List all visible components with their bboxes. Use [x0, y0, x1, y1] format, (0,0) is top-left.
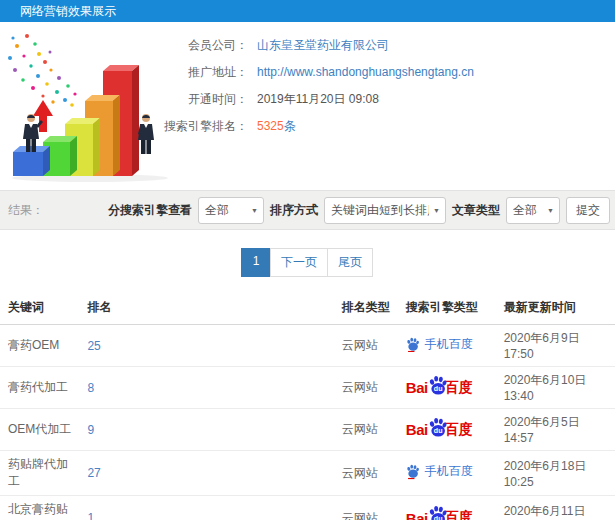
rank-link[interactable]: 27	[79, 451, 333, 496]
rank-count-value: 5325条	[257, 118, 296, 135]
info-row-rank-count: 搜索引擎排名： 5325条	[130, 117, 474, 135]
baidu-paw-icon	[406, 464, 420, 479]
baidu-paw-icon: du	[428, 417, 448, 439]
keyword-cell: 膏药OEM	[0, 325, 79, 367]
baidu-logo: Bai du 百度	[406, 507, 473, 520]
col-updated: 最新更新时间	[496, 291, 615, 325]
svg-text:du: du	[434, 385, 443, 392]
submit-button[interactable]: 提交	[566, 197, 610, 224]
table-row: 膏药代加工 8 云网站 Bai du 百度 2020年6月10日 13:40	[0, 367, 615, 409]
top-section: 会员公司： 山东皇圣堂药业有限公司 推广地址： http://www.shand…	[0, 22, 615, 190]
engine-cell: Bai du 百度	[398, 409, 496, 451]
engine-cell: 手机百度	[398, 325, 496, 367]
col-keyword: 关键词	[0, 291, 79, 325]
col-rank-type: 排名类型	[334, 291, 398, 325]
mobile-baidu-logo: 手机百度	[406, 336, 473, 353]
keyword-cell: 药贴牌代加工	[0, 451, 79, 496]
rank-count-label: 搜索引擎排名：	[130, 118, 248, 135]
results-table: 关键词 排名 排名类型 搜索引擎类型 最新更新时间 膏药OEM 25 云网站 手…	[0, 291, 615, 520]
updated-cell: 2020年6月10日 13:40	[496, 367, 615, 409]
page-button-current[interactable]: 1	[241, 248, 271, 277]
table-header-row: 关键词 排名 排名类型 搜索引擎类型 最新更新时间	[0, 291, 615, 325]
page-button-last[interactable]: 尾页	[327, 248, 373, 277]
open-time-label: 开通时间：	[130, 91, 248, 108]
sort-filter-label: 排序方式	[270, 202, 318, 219]
engine-cell: Bai du 百度	[398, 367, 496, 409]
keyword-cell: 膏药代加工	[0, 367, 79, 409]
company-label: 会员公司：	[130, 37, 248, 54]
result-label: 结果：	[8, 202, 44, 219]
rank-link[interactable]: 1	[79, 496, 333, 520]
rank-count-number: 5325	[257, 119, 284, 133]
promo-url-link[interactable]: http://www.shandonghuangshengtang.cn	[257, 65, 474, 79]
baidu-paw-icon	[406, 337, 420, 352]
filter-controls: 分搜索引擎查看 全部 排序方式 关键词由短到长排序 文章类型 全部 提交	[108, 197, 610, 224]
baidu-logo: Bai du 百度	[406, 419, 473, 441]
engine-filter-label: 分搜索引擎查看	[108, 202, 192, 219]
page-button-next[interactable]: 下一页	[270, 248, 328, 277]
info-row-company: 会员公司： 山东皇圣堂药业有限公司	[130, 36, 474, 54]
table-row: 药贴牌代加工 27 云网站 手机百度 2020年6月18日 10:25	[0, 451, 615, 496]
engine-select[interactable]: 全部	[198, 197, 264, 224]
updated-cell: 2020年6月18日 10:25	[496, 451, 615, 496]
rank-link[interactable]: 8	[79, 367, 333, 409]
baidu-paw-icon: du	[428, 375, 448, 397]
rank-count-unit[interactable]: 条	[284, 119, 296, 133]
engine-cell: 手机百度	[398, 451, 496, 496]
engine-cell: Bai du 百度	[398, 496, 496, 520]
baidu-paw-icon: du	[428, 505, 448, 520]
table-row: 北京膏药贴牌 1 云网站 Bai du 百度 2020年6月11日 11:18	[0, 496, 615, 520]
col-engine-type: 搜索引擎类型	[398, 291, 496, 325]
page-header: 网络营销效果展示	[0, 0, 615, 22]
promo-url-label: 推广地址：	[130, 64, 248, 81]
confetti-dots	[8, 34, 77, 107]
table-body: 膏药OEM 25 云网站 手机百度 2020年6月9日 17:50 膏药代加工 …	[0, 325, 615, 520]
updated-cell: 2020年6月5日 14:57	[496, 409, 615, 451]
article-select[interactable]: 全部	[506, 197, 560, 224]
col-rank: 排名	[79, 291, 333, 325]
page-title: 网络营销效果展示	[20, 4, 116, 18]
svg-text:du: du	[434, 427, 443, 434]
rank-link[interactable]: 9	[79, 409, 333, 451]
company-link[interactable]: 山东皇圣堂药业有限公司	[257, 37, 389, 54]
rank-type-cell: 云网站	[334, 451, 398, 496]
open-time-value: 2019年11月20日 09:08	[257, 91, 379, 108]
updated-cell: 2020年6月9日 17:50	[496, 325, 615, 367]
rank-type-cell: 云网站	[334, 409, 398, 451]
article-filter-label: 文章类型	[452, 202, 500, 219]
mobile-baidu-logo: 手机百度	[406, 463, 473, 480]
table-row: OEM代加工 9 云网站 Bai du 百度 2020年6月5日 14:57	[0, 409, 615, 451]
baidu-logo: Bai du 百度	[406, 377, 473, 399]
rank-link[interactable]: 25	[79, 325, 333, 367]
info-row-url: 推广地址： http://www.shandonghuangshengtang.…	[130, 63, 474, 81]
table-row: 膏药OEM 25 云网站 手机百度 2020年6月9日 17:50	[0, 325, 615, 367]
rank-type-cell: 云网站	[334, 367, 398, 409]
sort-select[interactable]: 关键词由短到长排序	[324, 197, 446, 224]
engine-select-wrap: 全部	[198, 197, 264, 224]
sort-select-wrap: 关键词由短到长排序	[324, 197, 446, 224]
info-row-open-time: 开通时间： 2019年11月20日 09:08	[130, 90, 474, 108]
pagination: 1 下一页 尾页	[0, 248, 615, 277]
filter-bar: 结果： 分搜索引擎查看 全部 排序方式 关键词由短到长排序 文章类型 全部 提交	[0, 190, 615, 230]
member-info: 会员公司： 山东皇圣堂药业有限公司 推广地址： http://www.shand…	[130, 36, 474, 144]
updated-cell: 2020年6月11日 11:18	[496, 496, 615, 520]
keyword-cell: 北京膏药贴牌	[0, 496, 79, 520]
rank-type-cell: 云网站	[334, 496, 398, 520]
rank-type-cell: 云网站	[334, 325, 398, 367]
keyword-cell: OEM代加工	[0, 409, 79, 451]
article-select-wrap: 全部	[506, 197, 560, 224]
svg-text:du: du	[434, 515, 443, 520]
